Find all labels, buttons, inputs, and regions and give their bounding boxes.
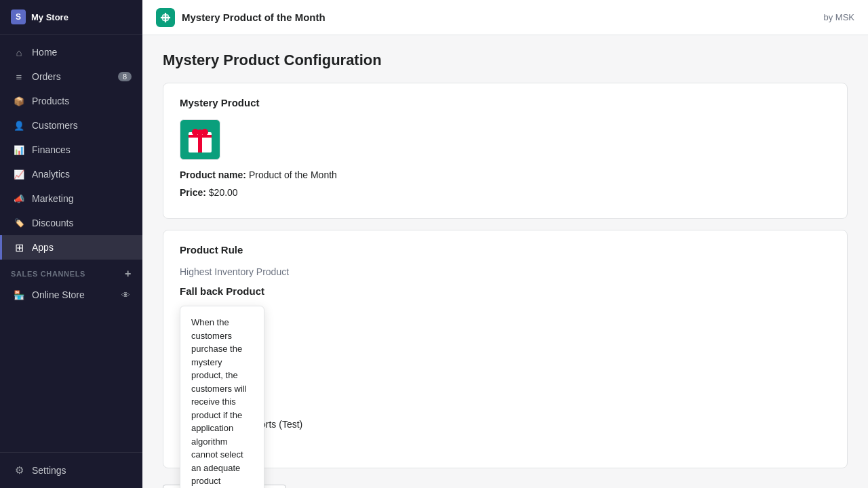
sales-channels-label: SALES CHANNELS [11, 270, 85, 278]
fallback-product-name-row: Product name: Shorts (Test) [180, 419, 831, 430]
store-logo-icon: S [11, 9, 26, 24]
product-rule-description: Highest Inventory Product [180, 266, 831, 277]
fallback-product-price-row: Price: $10.00 [180, 436, 831, 447]
sidebar: S My Store Home Orders 8 Products Custom… [0, 0, 142, 488]
mystery-product-name-label: Product name: [180, 169, 246, 180]
svg-rect-6 [189, 135, 212, 138]
home-icon [13, 46, 25, 58]
sidebar-nav: Home Orders 8 Products Customers Finance… [0, 35, 142, 452]
sidebar-label-orders: Orders [32, 71, 61, 82]
sales-channels-section: SALES CHANNELS + [0, 260, 142, 283]
app-icon [156, 8, 175, 27]
online-store-icon [13, 289, 25, 301]
sidebar-item-orders[interactable]: Orders 8 [0, 64, 142, 89]
sidebar-label-home: Home [32, 47, 57, 58]
sidebar-label-discounts: Discounts [32, 218, 73, 228]
settings-icon [13, 464, 25, 476]
sidebar-label-customers: Customers [32, 120, 78, 131]
store-name: My Store [31, 12, 68, 22]
sidebar-item-home[interactable]: Home [0, 40, 142, 64]
product-rule-card: Product Rule Highest Inventory Product F… [163, 230, 848, 468]
mystery-product-card: Mystery Product [163, 83, 848, 219]
discounts-icon [13, 217, 25, 229]
mystery-product-price-row: Price: $20.00 [180, 187, 831, 198]
main-panel: Mystery Product of the Month by MSK Myst… [142, 0, 868, 488]
finances-icon [13, 144, 25, 156]
add-sales-channel-icon[interactable]: + [125, 268, 132, 280]
mystery-product-price-label: Price: [180, 187, 206, 198]
sidebar-label-finances: Finances [32, 144, 71, 155]
mystery-product-name-row: Product name: Product of the Month [180, 169, 831, 180]
analytics-icon [13, 168, 25, 180]
mystery-product-card-title: Mystery Product [180, 97, 831, 108]
svg-point-9 [197, 129, 203, 135]
app-title: Mystery Product of the Month [182, 12, 326, 23]
customers-icon [13, 119, 25, 131]
apps-icon [13, 241, 25, 253]
fallback-product-label: Fall back Product [180, 285, 264, 297]
fallback-label-container: Fall back Product When the customers pur… [180, 285, 264, 302]
sidebar-item-finances[interactable]: Finances [0, 138, 142, 162]
sidebar-item-online-store[interactable]: Online Store [0, 283, 142, 307]
products-icon [13, 95, 25, 107]
sidebar-item-apps[interactable]: Apps [0, 235, 142, 260]
by-label: by MSK [823, 12, 854, 22]
sidebar-bottom: Settings [0, 452, 142, 488]
mystery-product-price-value: $20.00 [209, 187, 238, 198]
product-rule-card-title: Product Rule [180, 244, 831, 256]
sidebar-label-products: Products [32, 96, 69, 106]
content-area: Mystery Product Configuration Mystery Pr… [142, 35, 868, 488]
mystery-product-name-value: Product of the Month [249, 169, 337, 180]
topbar: Mystery Product of the Month by MSK [142, 0, 868, 35]
page-title: Mystery Product Configuration [163, 52, 848, 69]
sidebar-label-analytics: Analytics [32, 169, 70, 180]
fallback-tooltip: When the customers purchase the mystery … [180, 306, 264, 488]
sidebar-item-settings[interactable]: Settings [0, 458, 142, 483]
sidebar-logo: S My Store [0, 0, 142, 35]
sidebar-item-customers[interactable]: Customers [0, 113, 142, 138]
mystery-product-image [180, 119, 220, 160]
sidebar-label-apps: Apps [32, 242, 54, 253]
orders-badge: 8 [118, 72, 132, 81]
sidebar-item-discounts[interactable]: Discounts [0, 211, 142, 235]
marketing-icon [13, 192, 25, 205]
sidebar-label-marketing: Marketing [32, 193, 73, 204]
sidebar-item-products[interactable]: Products [0, 89, 142, 113]
sidebar-label-settings: Settings [32, 465, 66, 476]
sidebar-item-analytics[interactable]: Analytics [0, 162, 142, 186]
online-store-eye-icon[interactable] [119, 289, 132, 301]
sidebar-label-online-store: Online Store [32, 289, 85, 300]
tooltip-text: When the customers purchase the mystery … [191, 317, 247, 488]
orders-icon [13, 70, 25, 83]
fallback-product-details: Product name: Shorts (Test) Price: $10.0… [180, 419, 831, 447]
sidebar-item-marketing[interactable]: Marketing [0, 186, 142, 211]
